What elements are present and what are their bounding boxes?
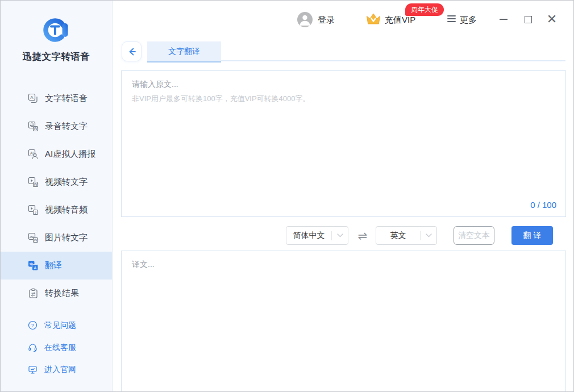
- tab-text-translate[interactable]: 文字翻译: [147, 41, 221, 61]
- sidebar-item-label: 视频转文字: [45, 177, 88, 187]
- promo-badge: 周年大促: [405, 3, 444, 16]
- svg-text:W: W: [34, 238, 38, 242]
- sidebar-item-ai-avatar[interactable]: AI AI虚拟人播报: [1, 140, 112, 168]
- sidebar-item-text-to-speech[interactable]: A 文字转语音: [1, 85, 112, 112]
- close-button[interactable]: ✕: [544, 12, 560, 27]
- sidebar-menu: A 文字转语音 W 录音转文字 AI: [1, 85, 112, 307]
- source-language-select[interactable]: 简体中文: [286, 226, 348, 245]
- monitor-icon: [28, 365, 38, 374]
- sidebar-item-label: 翻译: [45, 260, 62, 271]
- arrow-left-icon: [127, 47, 137, 57]
- sidebar-link-faq[interactable]: ? 常见问题: [1, 314, 112, 336]
- sidebar-item-label: 转换结果: [45, 288, 79, 299]
- login-button[interactable]: 登录: [318, 15, 335, 26]
- result-icon: [28, 288, 39, 299]
- target-text-output[interactable]: [122, 251, 565, 392]
- sidebar-item-label: 文字转语音: [45, 93, 88, 104]
- maximize-icon: [525, 16, 532, 23]
- svg-text:W: W: [34, 182, 38, 186]
- clear-text-button[interactable]: 清空文本: [454, 226, 494, 245]
- svg-text:?: ?: [31, 323, 34, 328]
- svg-text:W: W: [34, 127, 38, 131]
- chevron-down-icon: [332, 233, 348, 237]
- back-button[interactable]: [122, 41, 142, 61]
- hamburger-icon: [447, 15, 456, 22]
- swap-languages-button[interactable]: ⇌: [353, 226, 372, 245]
- sidebar-item-label: 视频转音频: [45, 205, 88, 215]
- sidebar-item-video-to-text[interactable]: W 视频转文字: [1, 168, 112, 196]
- char-counter: 0 / 100: [530, 200, 556, 210]
- sidebar-item-audio-to-text[interactable]: W 录音转文字: [1, 112, 112, 140]
- app-logo-icon: [41, 15, 72, 45]
- svg-text:A: A: [30, 95, 34, 100]
- sidebar-item-image-to-text[interactable]: W 图片转文字: [1, 224, 112, 252]
- sidebar-item-label: 录音转文字: [45, 121, 88, 132]
- source-text-input[interactable]: [122, 71, 565, 216]
- headset-icon: [28, 343, 38, 352]
- sidebar-item-results[interactable]: 转换结果: [1, 280, 112, 307]
- video-to-text-icon: W: [28, 177, 39, 187]
- sidebar-link-label: 进入官网: [44, 365, 76, 375]
- recharge-vip-button[interactable]: 充值VIP: [385, 15, 415, 26]
- ai-avatar-icon: AI: [28, 149, 39, 160]
- app-window: 迅捷文字转语音 A 文字转语音 W 录音转文字: [0, 0, 574, 392]
- sidebar-item-translate[interactable]: 中 A 翻译: [1, 252, 112, 280]
- minimize-icon: [500, 19, 508, 20]
- target-language-value: 英文: [376, 231, 420, 241]
- text-to-speech-icon: A: [28, 93, 39, 104]
- sidebar-item-video-to-audio[interactable]: ♪ 视频转音频: [1, 196, 112, 224]
- app-title: 迅捷文字转语音: [1, 51, 112, 63]
- chevron-down-icon: [421, 233, 436, 237]
- user-icon: [297, 12, 313, 27]
- avatar[interactable]: [297, 12, 313, 27]
- sidebar-link-label: 常见问题: [44, 320, 76, 331]
- sidebar-link-label: 在线客服: [44, 343, 76, 353]
- tab-bar: 文字翻译: [147, 41, 565, 61]
- target-language-select[interactable]: 英文: [376, 226, 437, 245]
- more-button[interactable]: 更多: [460, 15, 477, 26]
- target-text-panel: [121, 251, 566, 392]
- sidebar-link-website[interactable]: 进入官网: [1, 358, 112, 381]
- svg-text:AI: AI: [30, 151, 34, 155]
- sidebar-item-label: 图片转文字: [45, 232, 88, 243]
- image-to-text-icon: W: [28, 232, 39, 243]
- translate-icon: 中 A: [28, 260, 39, 271]
- minimize-button[interactable]: [496, 12, 511, 27]
- sidebar: 迅捷文字转语音 A 文字转语音 W 录音转文字: [1, 1, 113, 391]
- translate-button[interactable]: 翻 译: [511, 226, 553, 245]
- maximize-button[interactable]: [520, 12, 536, 27]
- source-text-panel: 非VIP用户最多可转换100字，充值VIP可转换4000字。 0 / 100: [121, 70, 566, 217]
- sidebar-link-service[interactable]: 在线客服: [1, 336, 112, 358]
- source-language-value: 简体中文: [286, 231, 331, 241]
- video-to-audio-icon: ♪: [28, 205, 39, 215]
- audio-to-text-icon: W: [28, 121, 39, 132]
- question-circle-icon: ?: [28, 320, 38, 330]
- sidebar-links: ? 常见问题 在线客服 进入官网: [1, 314, 112, 381]
- svg-text:A: A: [34, 266, 36, 270]
- crown-icon[interactable]: [365, 12, 381, 26]
- svg-text:♪: ♪: [35, 210, 37, 215]
- sidebar-item-label: AI虚拟人播报: [45, 149, 95, 160]
